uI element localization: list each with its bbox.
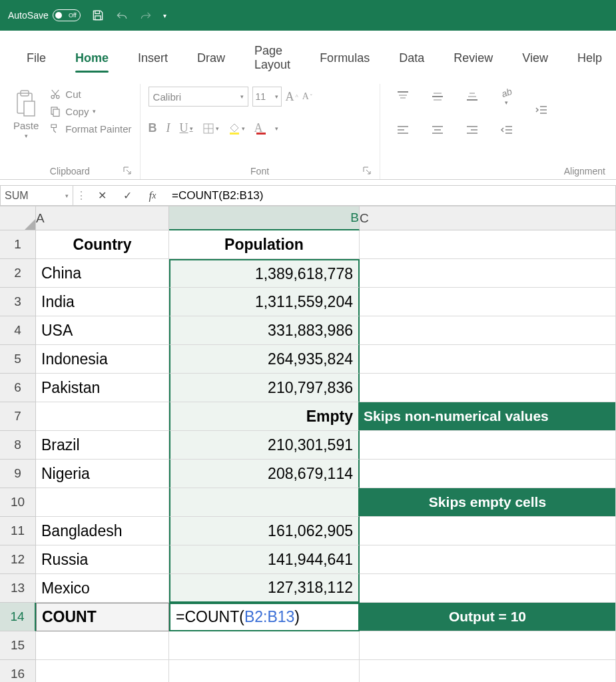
- cell[interactable]: [360, 259, 616, 288]
- cell[interactable]: [360, 288, 616, 316]
- cell[interactable]: [360, 431, 616, 460]
- cell[interactable]: Russia: [36, 545, 169, 574]
- tab-insert[interactable]: Insert: [123, 47, 182, 72]
- accept-formula-button[interactable]: ✓: [115, 189, 140, 202]
- align-middle-button[interactable]: [423, 87, 452, 107]
- cell[interactable]: Brazil: [36, 431, 169, 460]
- bold-button[interactable]: B: [149, 121, 157, 135]
- cell[interactable]: Mexico: [36, 574, 169, 603]
- cell-b1[interactable]: Population: [169, 230, 360, 259]
- col-header-b[interactable]: B: [169, 206, 360, 230]
- cell[interactable]: [360, 631, 616, 660]
- fill-color-button[interactable]: ▾: [228, 123, 245, 135]
- row-header[interactable]: 14: [0, 603, 36, 631]
- cell[interactable]: Indonesia: [36, 345, 169, 374]
- cell-c1[interactable]: [360, 230, 616, 259]
- row-header[interactable]: 13: [0, 574, 36, 603]
- cell-a1[interactable]: Country: [36, 230, 169, 259]
- customize-qat-icon[interactable]: ▾: [163, 12, 166, 19]
- cell[interactable]: 210,797,836: [169, 374, 360, 402]
- row-header[interactable]: 12: [0, 545, 36, 574]
- cell[interactable]: 141,944,641: [169, 545, 360, 574]
- row-header[interactable]: 5: [0, 345, 36, 374]
- cell[interactable]: [36, 660, 169, 682]
- cell[interactable]: [360, 545, 616, 574]
- row-header[interactable]: 8: [0, 431, 36, 460]
- align-center-button[interactable]: [423, 120, 452, 140]
- italic-button[interactable]: I: [166, 121, 170, 135]
- cell[interactable]: [360, 574, 616, 603]
- tab-formulas[interactable]: Formulas: [305, 47, 384, 72]
- underline-button[interactable]: U ▾: [180, 121, 193, 135]
- note-cell[interactable]: Skips empty cells: [360, 488, 616, 517]
- font-family-select[interactable]: Calibri▾: [149, 87, 248, 107]
- orientation-button[interactable]: ab▾: [492, 87, 521, 107]
- select-all-corner[interactable]: [0, 206, 36, 230]
- col-header-c[interactable]: C: [360, 206, 616, 230]
- paste-button[interactable]: Paste ▾: [8, 87, 44, 142]
- formula-input[interactable]: =COUNT(B2:B13): [165, 185, 616, 206]
- tab-review[interactable]: Review: [439, 47, 507, 72]
- cell[interactable]: [360, 345, 616, 374]
- cell[interactable]: 264,935,824: [169, 345, 360, 374]
- row-header[interactable]: 2: [0, 259, 36, 288]
- cell[interactable]: [360, 374, 616, 402]
- dialog-launcher-icon[interactable]: [123, 166, 132, 175]
- cell[interactable]: Pakistan: [36, 374, 169, 402]
- increase-font-icon[interactable]: A^: [286, 90, 298, 104]
- autosave-toggle[interactable]: AutoSave Off: [8, 9, 81, 21]
- border-button[interactable]: ▾: [202, 123, 219, 135]
- row-header[interactable]: 15: [0, 631, 36, 660]
- row-header[interactable]: 16: [0, 660, 36, 682]
- align-top-button[interactable]: [388, 87, 418, 107]
- format-painter-button[interactable]: Format Painter: [49, 123, 131, 135]
- row-header[interactable]: 1: [0, 230, 36, 259]
- row-header[interactable]: 10: [0, 488, 36, 517]
- cell[interactable]: 331,883,986: [169, 316, 360, 345]
- cell[interactable]: Bangladesh: [36, 517, 169, 545]
- dialog-launcher-icon[interactable]: [362, 166, 372, 175]
- decrease-indent-button[interactable]: [492, 120, 521, 140]
- font-color-button[interactable]: A▾: [254, 121, 278, 135]
- note-cell[interactable]: Output = 10: [360, 603, 616, 631]
- font-size-select[interactable]: 11▾: [252, 87, 282, 107]
- decrease-font-icon[interactable]: Aˇ: [302, 91, 312, 102]
- cell[interactable]: India: [36, 288, 169, 316]
- cell[interactable]: USA: [36, 316, 169, 345]
- cell[interactable]: 1,389,618,778: [169, 259, 360, 288]
- save-icon[interactable]: [91, 9, 105, 22]
- row-header[interactable]: 11: [0, 517, 36, 545]
- note-cell[interactable]: Skips non-numerical values: [360, 402, 616, 431]
- cell[interactable]: [169, 631, 360, 660]
- redo-icon[interactable]: [139, 9, 153, 22]
- tab-page-layout[interactable]: Page Layout: [240, 40, 305, 79]
- row-header[interactable]: 4: [0, 316, 36, 345]
- toggle-switch[interactable]: Off: [53, 9, 81, 21]
- cancel-formula-button[interactable]: ✕: [89, 189, 115, 202]
- increase-indent-button[interactable]: [527, 100, 556, 120]
- cell[interactable]: [360, 460, 616, 488]
- cell[interactable]: [36, 631, 169, 660]
- name-box[interactable]: SUM ▾: [0, 185, 73, 206]
- active-cell-b14[interactable]: =COUNT(B2:B13): [169, 603, 360, 631]
- insert-function-button[interactable]: fx: [140, 189, 165, 202]
- cell[interactable]: [169, 488, 360, 517]
- cell[interactable]: 208,679,114: [169, 460, 360, 488]
- tab-home[interactable]: Home: [61, 47, 123, 72]
- align-right-button[interactable]: [458, 120, 487, 140]
- copy-button[interactable]: Copy ▾: [49, 105, 131, 117]
- col-header-a[interactable]: A: [36, 206, 169, 230]
- cell[interactable]: [360, 316, 616, 345]
- cell[interactable]: Nigeria: [36, 460, 169, 488]
- cell[interactable]: Empty: [169, 402, 360, 431]
- cell[interactable]: 161,062,905: [169, 517, 360, 545]
- undo-icon[interactable]: [115, 9, 129, 22]
- tab-view[interactable]: View: [507, 47, 563, 72]
- row-header[interactable]: 3: [0, 288, 36, 316]
- cell[interactable]: COUNT: [36, 603, 169, 631]
- cell[interactable]: China: [36, 259, 169, 288]
- row-header[interactable]: 7: [0, 402, 36, 431]
- row-header[interactable]: 6: [0, 374, 36, 402]
- cell[interactable]: [36, 488, 169, 517]
- cell[interactable]: 1,311,559,204: [169, 288, 360, 316]
